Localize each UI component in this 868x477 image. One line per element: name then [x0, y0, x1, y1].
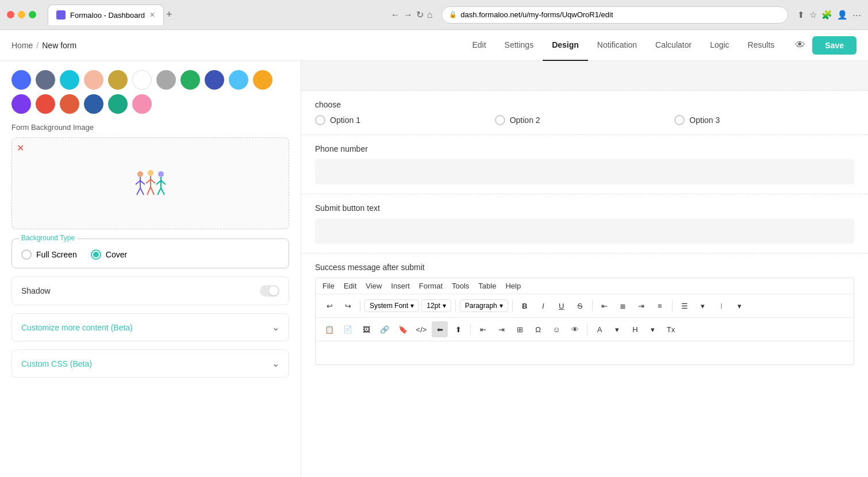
font-color-arrow[interactable]: ▾ [609, 321, 625, 337]
indent-right-button[interactable]: ⇥ [493, 321, 509, 337]
bookmark-icon[interactable]: ☆ [809, 10, 817, 20]
color-swatch-gold[interactable] [108, 70, 128, 90]
tab-edit[interactable]: Edit [463, 30, 495, 61]
tab-calculator[interactable]: Calculator [646, 30, 701, 61]
color-swatch-gray[interactable] [36, 70, 55, 90]
forward-button[interactable]: → [404, 10, 413, 20]
bold-button[interactable]: B [517, 298, 533, 314]
minimize-traffic-light[interactable] [18, 11, 25, 18]
option-1-radio[interactable] [315, 115, 325, 125]
code-button[interactable]: </> [413, 321, 429, 337]
color-swatch-darkblue[interactable] [205, 70, 224, 90]
rtl-button[interactable]: ⬆ [450, 321, 466, 337]
shadow-toggle[interactable] [260, 285, 279, 297]
custom-css-section[interactable]: Custom CSS (Beta) ⌄ [11, 349, 289, 378]
refresh-button[interactable]: ↻ [416, 9, 424, 20]
home-button[interactable]: ⌂ [427, 10, 433, 20]
editor-menu-insert[interactable]: Insert [391, 282, 410, 290]
ltr-button[interactable]: ⬅ [432, 321, 448, 337]
emoji-button[interactable]: ☺ [548, 321, 564, 337]
phone-number-input-display[interactable] [315, 159, 854, 184]
paragraph-style-selector[interactable]: Paragraph ▾ [460, 299, 508, 312]
highlight-button[interactable]: H [627, 321, 643, 337]
font-color-button[interactable]: A [592, 321, 608, 337]
font-family-selector[interactable]: System Font ▾ [364, 299, 419, 312]
redo-button[interactable]: ↪ [340, 298, 356, 314]
tab-design[interactable]: Design [543, 30, 588, 61]
color-swatch-green[interactable] [180, 70, 200, 90]
table-button[interactable]: ⊞ [512, 321, 528, 337]
delete-bg-image-button[interactable]: ✕ [17, 143, 24, 153]
close-traffic-light[interactable] [7, 11, 14, 18]
more-icon[interactable]: ⋯ [852, 10, 861, 20]
ordered-list-arrow[interactable]: ▾ [695, 298, 711, 314]
color-swatch-white[interactable] [132, 70, 152, 90]
align-left-button[interactable]: ⇤ [597, 298, 613, 314]
tab-settings[interactable]: Settings [496, 30, 543, 61]
tab-notification[interactable]: Notification [588, 30, 646, 61]
paste-button[interactable]: 📋 [321, 321, 337, 337]
omega-button[interactable]: Ω [530, 321, 546, 337]
editor-content-area[interactable] [316, 341, 854, 364]
customize-section[interactable]: Customize more content (Beta) ⌄ [11, 313, 289, 341]
align-justify-button[interactable]: ≡ [652, 298, 668, 314]
strikethrough-button[interactable]: S [572, 298, 588, 314]
color-swatch-teal[interactable] [108, 94, 128, 114]
preview-icon[interactable]: 👁 [795, 39, 805, 51]
fullscreen-traffic-light[interactable] [29, 11, 36, 18]
share-icon[interactable]: ⬆ [797, 10, 805, 20]
indent-left-button[interactable]: ⇤ [475, 321, 491, 337]
option-2-radio[interactable] [495, 115, 505, 125]
save-button[interactable]: Save [812, 36, 857, 55]
radio-cover[interactable]: Cover [91, 249, 127, 260]
browser-tab[interactable]: Formaloo - Dashboard ✕ [48, 5, 164, 25]
color-swatch-purple[interactable] [11, 94, 31, 114]
editor-menu-table[interactable]: Table [478, 282, 496, 290]
color-swatch-pink[interactable] [132, 94, 152, 114]
italic-button[interactable]: I [535, 298, 551, 314]
tab-results[interactable]: Results [739, 30, 784, 61]
extension-icon[interactable]: 🧩 [821, 10, 832, 20]
color-swatch-peach[interactable] [84, 70, 103, 90]
font-size-selector[interactable]: 12pt ▾ [421, 299, 451, 312]
unordered-list-arrow[interactable]: ▾ [732, 298, 748, 314]
address-bar[interactable]: 🔒 dash.formaloo.net/u/my-forms/UqwOroR1/… [441, 6, 788, 24]
new-tab-button[interactable]: + [166, 9, 172, 21]
color-swatch-lightgray[interactable] [156, 70, 176, 90]
underline-button[interactable]: U [554, 298, 570, 314]
clear-format-button[interactable]: Tx [663, 321, 679, 337]
radio-fullscreen[interactable]: Full Screen [21, 249, 77, 260]
tab-logic[interactable]: Logic [701, 30, 738, 61]
align-center-button[interactable]: ≣ [615, 298, 631, 314]
option-3-radio[interactable] [674, 115, 685, 125]
highlight-arrow[interactable]: ▾ [644, 321, 660, 337]
editor-menu-edit[interactable]: Edit [344, 282, 356, 290]
editor-menu-format[interactable]: Format [419, 282, 443, 290]
color-swatch-redorange[interactable] [60, 94, 79, 114]
tab-close-button[interactable]: ✕ [149, 11, 155, 19]
editor-menu-help[interactable]: Help [505, 282, 521, 290]
visibility-button[interactable]: 👁 [567, 321, 583, 337]
paste-special-button[interactable]: 📄 [340, 321, 356, 337]
color-swatch-cyan[interactable] [60, 70, 79, 90]
undo-button[interactable]: ↩ [321, 298, 337, 314]
submit-button-input-display[interactable] [315, 218, 854, 244]
bookmark-button[interactable]: 🔖 [395, 321, 411, 337]
background-image-area[interactable]: ✕ [11, 137, 289, 229]
color-swatch-lightblue[interactable] [229, 70, 248, 90]
color-swatch-orange[interactable] [253, 70, 272, 90]
ordered-list-button[interactable]: ☰ [677, 298, 693, 314]
color-swatch-blue[interactable] [11, 70, 31, 90]
editor-menu-file[interactable]: File [322, 282, 335, 290]
editor-menu-tools[interactable]: Tools [452, 282, 469, 290]
color-swatch-navyblue[interactable] [84, 94, 103, 114]
editor-menu-view[interactable]: View [366, 282, 382, 290]
color-swatch-red[interactable] [36, 94, 55, 114]
link-button[interactable]: 🔗 [377, 321, 393, 337]
align-right-button[interactable]: ⇥ [633, 298, 650, 314]
breadcrumb-home[interactable]: Home [11, 41, 33, 50]
profile-icon[interactable]: 👤 [837, 10, 848, 20]
image-button[interactable]: 🖼 [358, 321, 374, 337]
unordered-list-button[interactable]: ⁝ [713, 298, 729, 314]
back-button[interactable]: ← [391, 10, 400, 20]
